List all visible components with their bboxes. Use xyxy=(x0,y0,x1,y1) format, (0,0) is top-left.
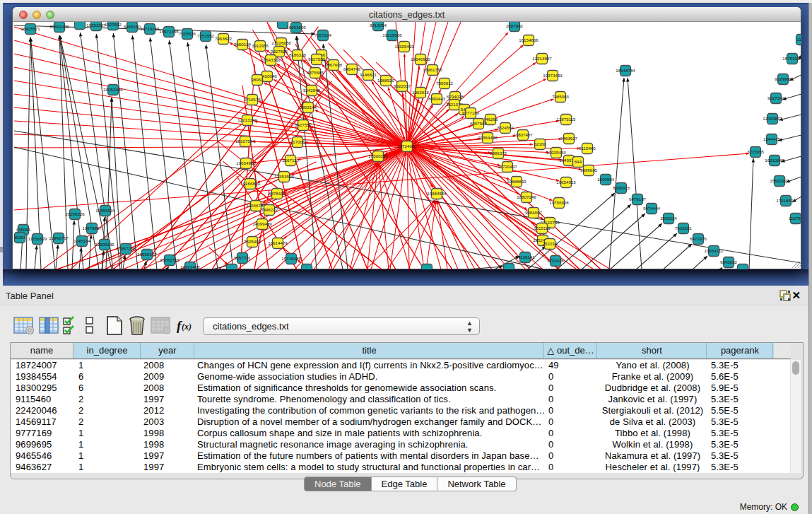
svg-text:16053809: 16053809 xyxy=(286,25,306,30)
svg-text:9146821: 9146821 xyxy=(360,72,377,77)
svg-text:435061: 435061 xyxy=(16,227,31,232)
svg-text:717006: 717006 xyxy=(290,139,305,144)
svg-text:6479197: 6479197 xyxy=(629,197,647,201)
svg-text:15751074: 15751074 xyxy=(782,56,801,61)
svg-text:19654923: 19654923 xyxy=(556,180,576,185)
svg-text:98961: 98961 xyxy=(251,77,264,82)
svg-text:2718176: 2718176 xyxy=(244,97,261,102)
svg-text:17016504: 17016504 xyxy=(776,198,796,203)
svg-text:20364436: 20364436 xyxy=(478,135,498,140)
svg-text:19756928: 19756928 xyxy=(549,200,569,205)
svg-text:16154808: 16154808 xyxy=(519,37,539,42)
svg-text:1362615: 1362615 xyxy=(412,90,430,95)
svg-text:10107554: 10107554 xyxy=(235,139,255,144)
svg-text:9463627: 9463627 xyxy=(560,136,578,141)
svg-text:15692971: 15692971 xyxy=(770,178,789,183)
svg-text:116753: 116753 xyxy=(789,216,801,221)
svg-text:7955812: 7955812 xyxy=(436,81,454,86)
svg-text:8427552: 8427552 xyxy=(295,122,312,127)
svg-text:16210643: 16210643 xyxy=(765,158,784,163)
svg-text:19975867: 19975867 xyxy=(82,226,102,230)
svg-text:10688609: 10688609 xyxy=(507,179,526,184)
svg-text:9777169: 9777169 xyxy=(462,110,480,115)
svg-text:1640954: 1640954 xyxy=(597,177,615,182)
svg-text:9129966: 9129966 xyxy=(775,76,792,81)
svg-text:12505135: 12505135 xyxy=(95,242,114,247)
svg-text:6497568: 6497568 xyxy=(470,121,488,126)
svg-text:9322037: 9322037 xyxy=(394,83,411,88)
svg-text:16671355: 16671355 xyxy=(159,29,179,34)
svg-text:8878312: 8878312 xyxy=(269,191,286,196)
svg-text:15720407: 15720407 xyxy=(498,164,517,169)
svg-text:9227342: 9227342 xyxy=(767,95,785,100)
svg-text:12213967: 12213967 xyxy=(532,56,552,61)
svg-text:16914479: 16914479 xyxy=(268,240,288,245)
svg-text:7986372: 7986372 xyxy=(490,151,507,156)
svg-text:252214: 252214 xyxy=(543,241,558,246)
svg-text:(x): (x) xyxy=(182,322,192,332)
svg-text:10653267: 10653267 xyxy=(86,23,106,28)
svg-text:9245652: 9245652 xyxy=(720,259,738,264)
svg-text:18640910: 18640910 xyxy=(411,57,430,62)
svg-text:2803144: 2803144 xyxy=(300,105,317,110)
svg-text:10807487: 10807487 xyxy=(513,132,533,137)
svg-text:14136141: 14136141 xyxy=(515,255,535,259)
svg-text:6466160: 6466160 xyxy=(124,24,141,29)
svg-text:9084067: 9084067 xyxy=(525,210,543,215)
svg-text:1615112: 1615112 xyxy=(534,226,551,230)
svg-text:8938923: 8938923 xyxy=(613,185,630,190)
svg-text:1244415: 1244415 xyxy=(763,136,781,141)
svg-text:8990443: 8990443 xyxy=(428,96,446,101)
svg-text:10719155: 10719155 xyxy=(140,26,160,31)
svg-text:9699695: 9699695 xyxy=(580,168,598,173)
svg-text:1498222: 1498222 xyxy=(261,207,278,212)
svg-text:7357224: 7357224 xyxy=(314,33,332,37)
svg-text:12353594: 12353594 xyxy=(274,174,294,179)
svg-text:20206526: 20206526 xyxy=(65,211,85,216)
svg-text:6794028: 6794028 xyxy=(447,94,464,99)
svg-text:8813054: 8813054 xyxy=(370,23,387,28)
svg-text:16648784: 16648784 xyxy=(616,68,635,73)
svg-text:1733426: 1733426 xyxy=(547,258,565,263)
svg-text:16543362: 16543362 xyxy=(261,57,281,62)
svg-text:15716485: 15716485 xyxy=(281,256,301,261)
svg-text:23226058: 23226058 xyxy=(271,40,291,45)
svg-text:11156829: 11156829 xyxy=(28,236,47,241)
svg-text:10958107: 10958107 xyxy=(137,252,157,257)
svg-text:18300295: 18300295 xyxy=(368,153,388,158)
svg-text:12213349: 12213349 xyxy=(237,117,257,122)
svg-text:2935114: 2935114 xyxy=(660,216,677,221)
svg-text:844: 844 xyxy=(575,159,582,164)
svg-text:8454749: 8454749 xyxy=(343,66,361,71)
svg-text:62160: 62160 xyxy=(534,141,546,146)
svg-text:16405571: 16405571 xyxy=(20,26,40,31)
svg-text:8186328: 8186328 xyxy=(289,52,307,57)
svg-text:7632621: 7632621 xyxy=(675,226,693,230)
svg-text:9327505: 9327505 xyxy=(308,57,326,62)
svg-text:16961758: 16961758 xyxy=(423,67,442,72)
svg-text:7151552: 7151552 xyxy=(197,33,215,38)
svg-text:12942757: 12942757 xyxy=(49,235,69,240)
svg-text:12093872: 12093872 xyxy=(763,116,782,121)
svg-text:19654983: 19654983 xyxy=(236,160,256,165)
svg-text:18724007: 18724007 xyxy=(397,144,417,148)
svg-text:3912955: 3912955 xyxy=(252,43,269,48)
svg-text:16782759: 16782759 xyxy=(160,257,180,262)
svg-text:14099489: 14099489 xyxy=(252,221,272,226)
svg-text:20053346: 20053346 xyxy=(103,87,123,92)
svg-text:10025433: 10025433 xyxy=(546,150,566,155)
svg-text:19218506: 19218506 xyxy=(382,33,402,37)
svg-text:1145194: 1145194 xyxy=(73,238,90,243)
svg-text:9242848: 9242848 xyxy=(303,88,321,93)
svg-text:10654112: 10654112 xyxy=(704,248,724,253)
svg-text:7485063: 7485063 xyxy=(552,94,570,99)
svg-text:1117: 1117 xyxy=(797,37,801,42)
svg-text:9115460: 9115460 xyxy=(579,146,596,151)
svg-text:2087682: 2087682 xyxy=(506,23,524,28)
svg-text:7625402: 7625402 xyxy=(244,239,261,244)
svg-text:1588520: 1588520 xyxy=(377,78,395,83)
svg-text:9657791: 9657791 xyxy=(234,255,252,260)
svg-text:12975115: 12975115 xyxy=(556,117,576,122)
svg-text:7515526: 7515526 xyxy=(179,31,196,36)
svg-text:9474444: 9474444 xyxy=(643,206,661,211)
